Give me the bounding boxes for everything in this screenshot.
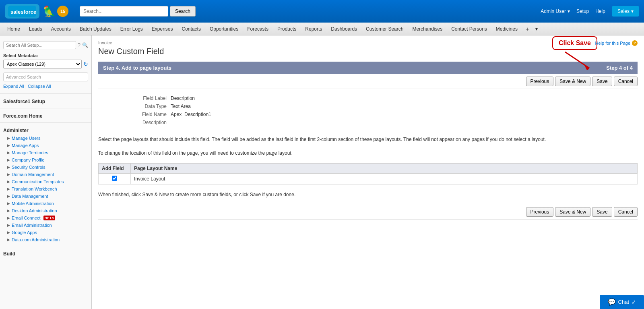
sidebar-search-input[interactable] bbox=[3, 41, 76, 49]
chat-icon: 💬 bbox=[608, 298, 616, 306]
chat-expand-icon: ⤢ bbox=[632, 299, 636, 305]
nav-opportunities[interactable]: Opportunities bbox=[206, 24, 242, 34]
sidebar-item-manage-territories[interactable]: ▶ Manage Territories bbox=[0, 149, 91, 156]
help-link[interactable]: Help bbox=[595, 8, 605, 14]
search-button[interactable]: Search bbox=[170, 6, 196, 17]
col-add-field: Add Field bbox=[99, 164, 131, 174]
arrow-icon: ▶ bbox=[7, 223, 10, 227]
field-label-value: Description bbox=[171, 95, 195, 101]
logo-area: salesforce 🦜 15 bbox=[5, 4, 68, 19]
sidebar-item-email-admin[interactable]: ▶ Email Administration bbox=[0, 222, 91, 229]
metadata-select-row: Apex Classes (129) ↻ bbox=[0, 59, 91, 71]
previous-button-bottom[interactable]: Previous bbox=[526, 207, 554, 217]
mascot-icon: 🦜 bbox=[43, 5, 56, 18]
chat-bubble[interactable]: 💬 Chat ⤢ bbox=[600, 295, 644, 309]
sidebar-item-company-profile[interactable]: ▶ Company Profile bbox=[0, 156, 91, 164]
nav-products[interactable]: Products bbox=[273, 24, 300, 34]
sidebar-build: Build bbox=[0, 249, 91, 258]
sidebar-administer: Administer bbox=[0, 125, 91, 135]
bottom-action-bar: Previous Save & New Save Cancel bbox=[98, 205, 638, 220]
sidebar-item-manage-apps[interactable]: ▶ Manage Apps bbox=[0, 142, 91, 149]
click-save-arrow bbox=[561, 50, 593, 70]
nav-accounts[interactable]: Accounts bbox=[47, 24, 75, 34]
cancel-button-bottom[interactable]: Cancel bbox=[614, 207, 638, 217]
nav-forecasts[interactable]: Forecasts bbox=[243, 24, 272, 34]
previous-button-top[interactable]: Previous bbox=[526, 77, 554, 86]
sidebar-item-manage-users[interactable]: ▶ Manage Users bbox=[0, 135, 91, 142]
nav-customer-search[interactable]: Customer Search bbox=[362, 24, 407, 34]
add-field-checkbox[interactable] bbox=[112, 176, 117, 181]
nav-batch-updates[interactable]: Batch Updates bbox=[76, 24, 116, 34]
select-layouts-text: Select the page layouts that should incl… bbox=[98, 133, 638, 146]
nav-reports[interactable]: Reports bbox=[301, 24, 326, 34]
metadata-select[interactable]: Apex Classes (129) bbox=[3, 60, 82, 68]
setup-link[interactable]: Setup bbox=[576, 8, 589, 14]
nav-plus-icon[interactable]: + bbox=[522, 24, 532, 34]
sidebar-item-google-apps[interactable]: ▶ Google Apps bbox=[0, 229, 91, 236]
sidebar-item-domain-management[interactable]: ▶ Domain Management bbox=[0, 171, 91, 178]
admin-user-menu[interactable]: Admin User ▾ bbox=[541, 8, 570, 14]
save-new-button-bottom[interactable]: Save & New bbox=[555, 207, 590, 217]
help-for-page[interactable]: Help for this Page ? bbox=[595, 40, 638, 46]
refresh-button[interactable]: ↻ bbox=[83, 61, 88, 67]
salesforce-logo: salesforce bbox=[5, 4, 39, 19]
arrow-icon: ▶ bbox=[7, 209, 10, 213]
customize-text: To change the location of this field on … bbox=[98, 146, 638, 160]
help-page-icon: ? bbox=[632, 40, 638, 46]
sidebar-item-communication-templates[interactable]: ▶ Communication Templates bbox=[0, 178, 91, 185]
svg-text:salesforce: salesforce bbox=[10, 9, 36, 15]
field-row-description: Description bbox=[130, 120, 638, 125]
sidebar-item-mobile-admin[interactable]: ▶ Mobile Administration bbox=[0, 200, 91, 207]
header-right: Admin User ▾ Setup Help Sales ▾ bbox=[541, 6, 639, 17]
nav-expenses[interactable]: Expenses bbox=[148, 24, 177, 34]
nav-contacts[interactable]: Contacts bbox=[178, 24, 205, 34]
nav-medicines[interactable]: Medicines bbox=[492, 24, 522, 34]
nav-contact-persons[interactable]: Contact Persons bbox=[447, 24, 491, 34]
arrow-icon: ▶ bbox=[7, 143, 10, 147]
sidebar-item-translation-workbench[interactable]: ▶ Translation Workbench bbox=[0, 185, 91, 193]
nav-dashboards[interactable]: Dashboards bbox=[327, 24, 361, 34]
advanced-search-input[interactable]: Advanced Search bbox=[3, 73, 88, 81]
sidebar-help-icon[interactable]: ? bbox=[78, 42, 80, 48]
click-save-callout: Click Save bbox=[552, 36, 597, 70]
sales-button[interactable]: Sales ▾ bbox=[612, 6, 639, 17]
sidebar-item-security-controls[interactable]: ▶ Security Controls bbox=[0, 164, 91, 171]
col-page-layout-name: Page Layout Name bbox=[131, 164, 638, 174]
nav-error-logs[interactable]: Error Logs bbox=[116, 24, 147, 34]
cancel-button-top[interactable]: Cancel bbox=[614, 77, 638, 86]
save-button-bottom[interactable]: Save bbox=[592, 207, 612, 217]
select-metadata-label: Select Metadata: bbox=[0, 52, 91, 59]
save-button-top[interactable]: Save bbox=[592, 77, 612, 86]
step-indicator: Step 4 of 4 bbox=[606, 65, 633, 71]
save-new-button-top[interactable]: Save & New bbox=[555, 77, 590, 86]
field-row-datatype: Data Type Text Area bbox=[130, 104, 638, 109]
finished-text: When finished, click Save & New to creat… bbox=[98, 188, 638, 201]
sidebar-search-area: ? 🔍 bbox=[0, 39, 91, 52]
admin-dropdown-icon: ▾ bbox=[568, 8, 570, 14]
nav-merchandises[interactable]: Merchandises bbox=[408, 24, 446, 34]
search-input[interactable] bbox=[80, 6, 168, 17]
nav-bar: Home Leads Accounts Batch Updates Error … bbox=[0, 23, 644, 35]
expand-all-link[interactable]: Expand All bbox=[3, 84, 24, 89]
nav-more-icon[interactable]: ▾ bbox=[533, 25, 540, 33]
arrow-icon: ▶ bbox=[7, 136, 10, 140]
nav-leads[interactable]: Leads bbox=[25, 24, 46, 34]
sidebar-search-icon[interactable]: 🔍 bbox=[82, 42, 88, 48]
arrow-icon: ▶ bbox=[7, 172, 10, 176]
sidebar-item-data-management[interactable]: ▶ Data Management bbox=[0, 193, 91, 200]
help-page-link[interactable]: Help for this Page bbox=[595, 41, 630, 46]
field-datatype-value: Text Area bbox=[171, 104, 191, 109]
logo-15-badge: 15 bbox=[57, 6, 68, 17]
nav-home[interactable]: Home bbox=[3, 24, 24, 34]
sidebar-item-datacom-admin[interactable]: ▶ Data.com Administration bbox=[0, 236, 91, 243]
sidebar-forcecom-home: Force.com Home bbox=[0, 111, 91, 120]
arrow-icon: ▶ bbox=[7, 158, 10, 162]
sidebar-item-email-connect[interactable]: ▶ Email Connect BETA bbox=[0, 214, 91, 222]
arrow-icon: ▶ bbox=[7, 230, 10, 234]
collapse-all-link[interactable]: Collapse All bbox=[28, 84, 51, 89]
sidebar-item-desktop-admin[interactable]: ▶ Desktop Administration bbox=[0, 207, 91, 214]
field-info: Field Label Description Data Type Text A… bbox=[98, 89, 638, 133]
beta-badge: BETA bbox=[43, 216, 56, 220]
step-label: Step 4. Add to page layouts bbox=[103, 65, 171, 71]
arrow-icon: ▶ bbox=[7, 165, 10, 169]
